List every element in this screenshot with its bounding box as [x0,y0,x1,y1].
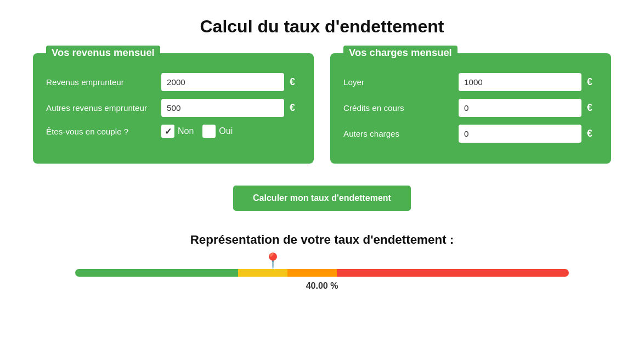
gauge-green [75,269,238,277]
credits-input[interactable] [459,99,581,117]
autres-revenus-label: Autres revenus emprunteur [46,103,156,113]
revenus-emprunteur-input[interactable] [161,73,284,91]
oui-checkbox[interactable] [202,125,216,138]
revenus-panel-title: Vos revenus mensuel [46,46,160,60]
autres-charges-label: Auters charges [343,129,453,138]
gauge-percent: 40.00 % [75,281,569,291]
non-checkbox[interactable] [161,125,174,138]
charges-panel-title: Vos charges mensuel [343,46,457,60]
gauge-wrapper: 📍 40.00 % [75,269,569,291]
revenus-emprunteur-row: Revenus emprunteur € [46,73,301,91]
calc-button[interactable]: Calculer mon taux d'endettement [233,186,411,211]
credits-row: Crédits en cours € [343,99,598,117]
couple-label: Êtes-vous en couple ? [46,127,156,136]
autres-charges-row: Auters charges € [343,125,598,143]
oui-option[interactable]: Oui [202,125,233,138]
autres-charges-input[interactable] [459,125,581,143]
revenus-panel: Vos revenus mensuel Revenus emprunteur €… [33,53,314,164]
pointer-icon: 📍 [263,254,283,269]
panels-container: Vos revenus mensuel Revenus emprunteur €… [33,53,611,164]
couple-row: Êtes-vous en couple ? Non Oui [46,125,301,138]
loyer-row: Loyer € [343,73,598,91]
page-title: Calcul du taux d'endettement [33,16,611,37]
credits-unit: € [587,102,598,114]
charges-panel: Vos charges mensuel Loyer € Crédits en c… [330,53,611,164]
revenus-emprunteur-unit: € [290,76,301,88]
gauge-red [337,269,569,277]
autres-revenus-row: Autres revenus emprunteur € [46,99,301,117]
credits-label: Crédits en cours [343,103,453,113]
couple-checkbox-group: Non Oui [161,125,233,138]
loyer-label: Loyer [343,77,453,87]
charges-fields: Loyer € Crédits en cours € Auters charge… [343,73,598,143]
loyer-input[interactable] [459,73,581,91]
non-option[interactable]: Non [161,125,194,138]
result-title: Représentation de votre taux d'endetteme… [33,233,611,247]
gauge-pointer: 📍 [263,254,283,269]
gauge-yellow [238,269,287,277]
revenus-emprunteur-label: Revenus emprunteur [46,77,156,87]
non-label: Non [178,126,194,136]
oui-label: Oui [219,126,233,136]
loyer-unit: € [587,76,598,88]
gauge-bar [75,269,569,277]
result-section: Représentation de votre taux d'endetteme… [33,233,611,291]
calc-btn-wrapper: Calculer mon taux d'endettement [33,186,611,211]
autres-revenus-unit: € [290,102,301,114]
autres-charges-unit: € [587,128,598,139]
gauge-orange [287,269,337,277]
revenus-fields: Revenus emprunteur € Autres revenus empr… [46,73,301,138]
autres-revenus-input[interactable] [161,99,284,117]
